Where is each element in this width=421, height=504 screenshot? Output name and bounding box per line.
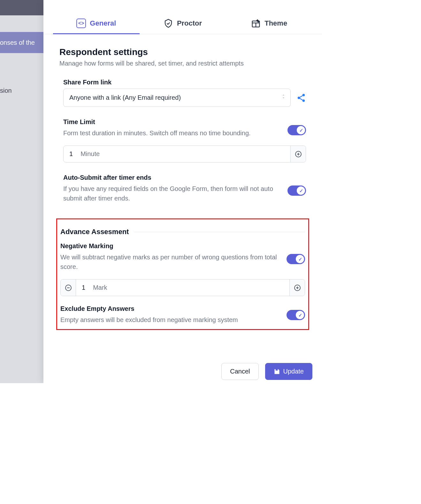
section-title: Respondent settings — [59, 47, 306, 57]
tab-general[interactable]: <> General — [53, 13, 140, 34]
check-icon: ✓ — [298, 256, 302, 262]
share-form-value: Anyone with a link (Any Email required) — [69, 94, 181, 101]
chevron-up-down-icon: ˄˅ — [282, 95, 285, 100]
exclude-empty-toggle[interactable]: ✓ — [287, 310, 305, 320]
time-limit-toggle[interactable]: ✓ — [287, 125, 306, 135]
check-icon: ✓ — [298, 312, 302, 318]
share-form-select[interactable]: Anyone with a link (Any Email required) … — [63, 89, 291, 107]
share-form-label: Share Form link — [63, 79, 306, 86]
share-icon[interactable] — [296, 93, 306, 103]
auto-submit-label: Auto-Submit after timer ends — [63, 174, 280, 181]
cancel-button[interactable]: Cancel — [221, 363, 258, 380]
exclude-empty-desc: Empty answers will be excluded from nega… — [60, 315, 279, 325]
footer-actions: Cancel Update — [221, 363, 312, 380]
content-scroll: Respondent settings Manage how forms wil… — [43, 34, 322, 382]
tab-bar: <> General Proctor Theme — [43, 13, 322, 34]
shield-check-icon — [164, 19, 173, 28]
time-limit-value: 1 — [69, 150, 73, 158]
advance-assessment-title: Advance Assesment — [60, 228, 305, 236]
theme-icon — [251, 19, 261, 28]
tab-label: Theme — [264, 19, 287, 28]
background-row-active: onses of the — [0, 32, 43, 53]
negative-marking-desc: We will subtract negative marks as per n… — [60, 252, 279, 272]
negative-marking-increase-button[interactable] — [289, 280, 305, 296]
negative-marking-block: Negative Marking We will subtract negati… — [60, 242, 305, 296]
update-button[interactable]: Update — [265, 363, 313, 380]
tab-theme[interactable]: Theme — [226, 13, 312, 34]
time-limit-increase-button[interactable] — [290, 146, 306, 162]
tab-proctor[interactable]: Proctor — [140, 13, 226, 34]
background-row-text: onses of the — [0, 39, 35, 46]
time-limit-stepper: 1 Minute — [63, 146, 306, 162]
background-row: sion — [0, 80, 43, 101]
share-form-block: Share Form link Anyone with a link (Any … — [59, 79, 306, 107]
negative-marking-unit: Mark — [93, 284, 107, 291]
advance-assessment-highlight: Advance Assesment Negative Marking We wi… — [56, 218, 309, 330]
time-limit-desc: Form test duration in minutes. Switch of… — [63, 128, 280, 138]
background-row-text: sion — [0, 87, 12, 94]
save-icon — [274, 368, 280, 375]
tab-label: General — [90, 19, 116, 28]
auto-submit-desc: If you have any required fields on the G… — [63, 184, 280, 203]
auto-submit-block: Auto-Submit after timer ends If you have… — [59, 174, 306, 207]
check-icon: ✓ — [299, 188, 303, 194]
code-icon: <> — [76, 19, 86, 28]
tab-label: Proctor — [177, 19, 202, 28]
section-subtitle: Manage how forms will be shared, set tim… — [59, 60, 306, 67]
cancel-label: Cancel — [230, 368, 250, 375]
time-limit-block: Time Limit Form test duration in minutes… — [59, 118, 306, 162]
check-icon: ✓ — [299, 128, 303, 133]
update-label: Update — [283, 368, 304, 375]
negative-marking-decrease-button[interactable] — [61, 280, 76, 296]
exclude-empty-block: Exclude Empty Answers Empty answers will… — [60, 305, 305, 325]
background-header — [0, 0, 43, 15]
negative-marking-value: 1 — [82, 284, 85, 291]
time-limit-label: Time Limit — [63, 118, 280, 126]
svg-point-1 — [302, 94, 305, 96]
background-overlay — [0, 0, 43, 383]
negative-marking-stepper: 1 Mark — [60, 279, 305, 296]
svg-point-2 — [298, 97, 300, 99]
auto-submit-toggle[interactable]: ✓ — [287, 185, 306, 196]
exclude-empty-label: Exclude Empty Answers — [60, 305, 279, 312]
svg-point-3 — [302, 99, 305, 102]
settings-panel: <> General Proctor Theme — [43, 0, 322, 383]
negative-marking-toggle[interactable]: ✓ — [287, 254, 305, 264]
time-limit-unit: Minute — [80, 150, 100, 158]
negative-marking-label: Negative Marking — [60, 242, 279, 250]
